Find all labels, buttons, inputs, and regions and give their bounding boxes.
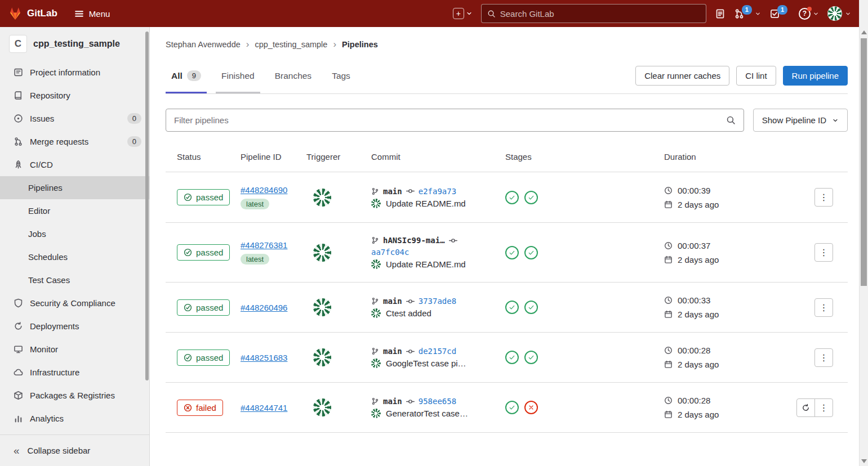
clear-runner-caches-button[interactable]: Clear runner caches <box>635 66 729 86</box>
page-scrollbar[interactable] <box>859 0 868 466</box>
run-pipeline-button[interactable]: Run pipeline <box>783 66 848 86</box>
commit-sha-link[interactable]: de2157cd <box>419 347 456 356</box>
pipeline-more-actions-button[interactable]: ⋮ <box>814 188 833 207</box>
status-badge[interactable]: passed <box>177 299 230 316</box>
user-menu-button[interactable] <box>827 6 851 21</box>
cloud-icon <box>14 368 23 377</box>
global-search[interactable] <box>481 4 706 23</box>
commit-message-link[interactable]: Update README.md <box>386 259 466 269</box>
gitlab-home-link[interactable]: GitLab <box>8 7 57 20</box>
sidebar-item-deployments[interactable]: Deployments <box>0 315 149 338</box>
stage-passed-icon[interactable] <box>524 246 538 259</box>
filter-pipelines-box[interactable] <box>166 109 744 132</box>
stage-passed-icon[interactable] <box>524 301 538 314</box>
triggerer-avatar[interactable] <box>313 244 331 262</box>
triggerer-avatar[interactable] <box>313 298 331 316</box>
header-commit: Commit <box>371 152 505 162</box>
search-icon[interactable] <box>726 115 736 125</box>
commit-sha-link[interactable]: aa7fc04c <box>371 248 409 257</box>
sidebar-item-packages-registries[interactable]: Packages & Registries <box>0 384 149 407</box>
project-header[interactable]: C cpp_testing_sample <box>0 27 149 61</box>
sidebar-item-test-cases[interactable]: Test Cases <box>0 268 149 292</box>
sidebar-item-schedules[interactable]: Schedules <box>0 245 149 268</box>
triggerer-avatar[interactable] <box>313 398 331 416</box>
merge-requests-button[interactable]: 1 <box>734 8 761 19</box>
tab-finished[interactable]: Finished <box>216 59 260 93</box>
sidebar-item-security-compliance[interactable]: Security & Compliance <box>0 292 149 315</box>
stage-passed-icon[interactable] <box>524 191 538 204</box>
stage-failed-icon[interactable] <box>524 401 538 414</box>
stage-passed-icon[interactable] <box>505 401 519 414</box>
status-badge[interactable]: passed <box>177 244 230 261</box>
commit-sha-link[interactable]: e2fa9a73 <box>419 187 456 196</box>
help-menu-button[interactable]: ? <box>799 8 819 20</box>
tab-tags[interactable]: Tags <box>326 59 356 93</box>
sidebar-item-project-information[interactable]: Project information <box>0 61 149 84</box>
search-input[interactable] <box>500 9 700 19</box>
commit-message-link[interactable]: Ctest added <box>386 308 431 318</box>
scrollbar-up-arrow[interactable] <box>861 30 867 34</box>
stage-passed-icon[interactable] <box>505 246 519 259</box>
document-shortcut-button[interactable] <box>715 8 725 19</box>
branch-link[interactable]: main <box>383 187 402 196</box>
sidebar-item-jobs[interactable]: Jobs <box>0 222 149 245</box>
tab-branches[interactable]: Branches <box>269 59 317 93</box>
scrollbar-down-arrow[interactable] <box>861 459 867 463</box>
pipeline-id-link[interactable]: #448260496 <box>241 303 287 312</box>
scrollbar-thumb[interactable] <box>861 38 867 286</box>
filter-pipelines-input[interactable] <box>174 115 720 125</box>
status-badge[interactable]: passed <box>177 189 230 205</box>
commit-message-link[interactable]: Update README.md <box>386 199 466 208</box>
branch-icon <box>371 236 379 244</box>
stage-passed-icon[interactable] <box>505 351 519 364</box>
sidebar-item-editor[interactable]: Editor <box>0 199 149 222</box>
status-badge[interactable]: failed <box>177 400 223 416</box>
stage-passed-icon[interactable] <box>505 191 519 204</box>
pipeline-more-actions-button[interactable]: ⋮ <box>814 243 833 262</box>
triggerer-avatar[interactable] <box>313 189 331 207</box>
stage-passed-icon[interactable] <box>524 351 538 364</box>
ci-lint-button[interactable]: CI lint <box>736 66 776 86</box>
sidebar-item-issues[interactable]: Issues 0 <box>0 107 149 130</box>
branch-link[interactable]: main <box>383 397 402 406</box>
sidebar-item-pipelines[interactable]: Pipelines <box>0 176 149 199</box>
status-badge[interactable]: passed <box>177 349 230 366</box>
pipeline-id-link[interactable]: #448284690 <box>241 185 287 195</box>
new-menu-button[interactable]: + <box>453 8 473 19</box>
pipeline-more-actions-button[interactable]: ⋮ <box>814 348 833 367</box>
retry-pipeline-button[interactable] <box>796 398 815 417</box>
todos-button[interactable]: 1 <box>769 8 790 19</box>
tab-all[interactable]: All 9 <box>166 58 207 93</box>
commit-sha-link[interactable]: 3737ade8 <box>419 297 456 306</box>
pipeline-id-link[interactable]: #448244741 <box>241 403 287 413</box>
stage-passed-icon[interactable] <box>505 301 519 314</box>
triggerer-avatar[interactable] <box>313 348 331 366</box>
pipeline-more-actions-button[interactable]: ⋮ <box>814 298 833 317</box>
breadcrumb-project-link[interactable]: cpp_testing_sample <box>255 40 327 49</box>
age-value: 2 days ago <box>678 310 719 319</box>
sidebar-scrollbar-thumb[interactable] <box>145 32 149 380</box>
sidebar-item-label: Issues <box>30 114 54 123</box>
sidebar-item-monitor[interactable]: Monitor <box>0 338 149 361</box>
branch-link[interactable]: main <box>383 347 402 356</box>
sidebar-item-merge-requests[interactable]: Merge requests 0 <box>0 130 149 153</box>
collapse-sidebar-button[interactable]: « Collapse sidebar <box>0 434 149 466</box>
sidebar-item-analytics[interactable]: Analytics <box>0 407 149 430</box>
show-pipeline-id-dropdown[interactable]: Show Pipeline ID <box>753 109 848 132</box>
sidebar-item-repository[interactable]: Repository <box>0 84 149 107</box>
commit-message-link[interactable]: GoogleTest case pi… <box>386 359 466 368</box>
breadcrumb-user-link[interactable]: Stephan Avenwedde <box>166 40 241 49</box>
branch-link[interactable]: hANSIc99-mai… <box>383 236 445 245</box>
dropdown-label: Show Pipeline ID <box>762 115 826 125</box>
branch-link[interactable]: main <box>383 297 402 306</box>
pipeline-more-actions-button[interactable]: ⋮ <box>814 398 833 417</box>
pipeline-id-link[interactable]: #448276381 <box>241 240 287 250</box>
header-duration: Duration <box>664 152 786 162</box>
repository-icon <box>14 91 23 100</box>
pipeline-id-link[interactable]: #448251683 <box>241 353 287 362</box>
sidebar-item-infrastructure[interactable]: Infrastructure <box>0 361 149 384</box>
menu-button[interactable]: Menu <box>74 9 110 19</box>
commit-sha-link[interactable]: 958ee658 <box>419 397 456 406</box>
sidebar-item-cicd[interactable]: CI/CD <box>0 153 149 176</box>
commit-message-link[interactable]: GeneratorTest case… <box>386 409 468 418</box>
